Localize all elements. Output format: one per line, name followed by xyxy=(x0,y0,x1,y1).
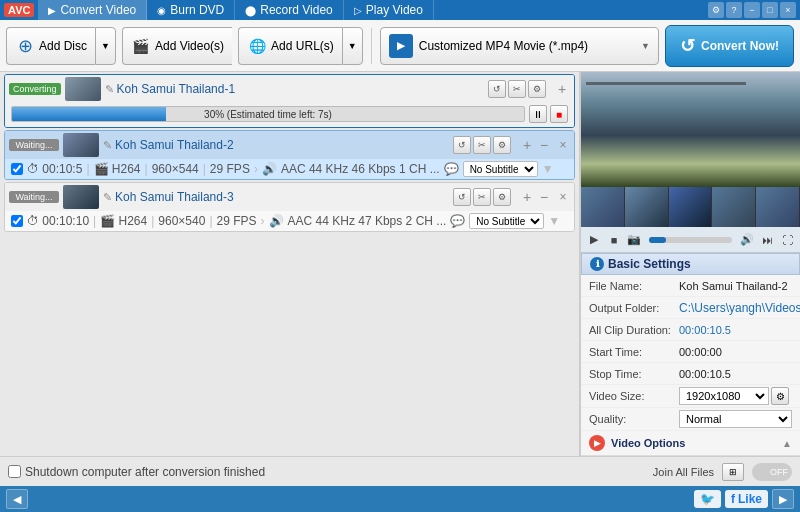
video-size-gear-btn[interactable]: ⚙ xyxy=(771,387,789,405)
close-button[interactable]: × xyxy=(780,2,796,18)
nav-prev-btn[interactable]: ◀ xyxy=(6,489,28,509)
add-video-button[interactable]: 🎬 Add Video(s) xyxy=(122,27,232,65)
file-2-close-btn[interactable]: × xyxy=(556,138,570,152)
preview-play-btn[interactable]: ▶ xyxy=(585,231,603,249)
file-2-remove-btn[interactable]: − xyxy=(536,137,552,153)
preview-progress[interactable] xyxy=(649,237,732,243)
scene-thumb-3 xyxy=(669,187,713,227)
file-1-progress-inner: 30% (Estimated time left: 7s) ⏸ ■ xyxy=(11,105,568,123)
file-3-close-btn[interactable]: × xyxy=(556,190,570,204)
convert-now-button[interactable]: ↺ Convert Now! xyxy=(665,25,794,67)
format-selector[interactable]: ▶ Customized MP4 Movie (*.mp4) ▼ xyxy=(380,27,659,65)
disc-icon: ⊕ xyxy=(15,36,35,56)
file-3-reload-icon[interactable]: ↺ xyxy=(453,188,471,206)
add-disc-button[interactable]: ⊕ Add Disc xyxy=(6,27,95,65)
file-1-pause-btn[interactable]: ⏸ xyxy=(529,105,547,123)
shutdown-checkbox[interactable] xyxy=(8,465,21,478)
preview-progress-fill xyxy=(649,237,666,243)
scene-thumb-4 xyxy=(712,187,756,227)
tab-convert-video[interactable]: ▶ Convert Video xyxy=(38,0,147,20)
basic-settings-icon: ℹ xyxy=(590,257,604,271)
add-url-dropdown[interactable]: ▼ xyxy=(342,27,363,65)
join-files-btn[interactable]: Join All Files xyxy=(653,466,714,478)
shutdown-checkbox-wrap: Shutdown computer after conversion finis… xyxy=(8,465,265,479)
video-options-section[interactable]: ▶ Video Options ▲ xyxy=(581,431,800,456)
file-1-progress-bg: 30% (Estimated time left: 7s) xyxy=(11,106,525,122)
file-3-codec: 🎬 H264 xyxy=(100,214,147,228)
preview-stop-btn[interactable]: ■ xyxy=(605,231,623,249)
file-1-add-btn[interactable]: + xyxy=(554,81,570,97)
file-2-cut-icon[interactable]: ✂ xyxy=(473,136,491,154)
video-size-select[interactable]: 1920x1080 xyxy=(679,387,769,405)
file-item-3: Waiting... Koh Samui Thailand-3 ↺ ✂ ⚙ + … xyxy=(4,182,575,232)
file-1-reload-icon[interactable]: ↺ xyxy=(488,80,506,98)
join-toggle[interactable]: OFF xyxy=(752,463,792,481)
facebook-icon: f xyxy=(731,492,735,506)
add-disc-dropdown[interactable]: ▼ xyxy=(95,27,116,65)
file-2-settings-icon[interactable]: ⚙ xyxy=(493,136,511,154)
file-item-1-header: Converting Koh Samui Thailand-1 ↺ ✂ ⚙ + xyxy=(5,75,574,103)
file-2-resolution: 960×544 xyxy=(152,162,199,176)
file-3-fps: 29 FPS xyxy=(217,214,257,228)
toolbar-separator xyxy=(371,28,372,64)
output-folder-value[interactable]: C:\Users\yangh\Videos... 📁 xyxy=(679,301,800,315)
scene-thumb-2 xyxy=(625,187,669,227)
file-list: Converting Koh Samui Thailand-1 ↺ ✂ ⚙ + xyxy=(0,72,580,456)
file-2-reload-icon[interactable]: ↺ xyxy=(453,136,471,154)
video-options-icon: ▶ xyxy=(589,435,605,451)
help-button[interactable]: ? xyxy=(726,2,742,18)
file-1-stop-btn[interactable]: ■ xyxy=(550,105,568,123)
quality-row: Quality: Normal xyxy=(581,408,800,431)
file-1-progress-text: 30% (Estimated time left: 7s) xyxy=(12,107,524,121)
file-3-add-btn[interactable]: + xyxy=(519,189,535,205)
maximize-button[interactable]: □ xyxy=(762,2,778,18)
file-3-details: ⏱ 00:10:10 | 🎬 H264 | 960×540 | 29 FPS ›… xyxy=(5,211,574,231)
file-name-row: File Name: Koh Samui Thailand-2 xyxy=(581,275,800,297)
preview-skip-btn[interactable]: ⏭ xyxy=(758,231,776,249)
tab-record-video[interactable]: ⬤ Record Video xyxy=(235,0,344,20)
file-3-plus-minus: + − xyxy=(519,189,552,205)
output-folder-row: Output Folder: C:\Users\yangh\Videos... … xyxy=(581,297,800,319)
file-3-subtitle-select[interactable]: No Subtitle xyxy=(469,213,544,229)
minimize-button[interactable]: − xyxy=(744,2,760,18)
preview-snapshot-btn[interactable]: 📷 xyxy=(625,231,643,249)
add-url-button[interactable]: 🌐 Add URL(s) xyxy=(238,27,342,65)
scene-thumb-5 xyxy=(756,187,800,227)
file-2-name[interactable]: Koh Samui Thailand-2 xyxy=(103,138,449,152)
file-3-remove-btn[interactable]: − xyxy=(536,189,552,205)
file-3-cut-icon[interactable]: ✂ xyxy=(473,188,491,206)
quality-select[interactable]: Normal xyxy=(679,410,792,428)
file-1-settings-icon[interactable]: ⚙ xyxy=(528,80,546,98)
grid-view-btn[interactable]: ⊞ xyxy=(722,463,744,481)
format-icon: ▶ xyxy=(389,34,413,58)
video-size-row: Video Size: 1920x1080 ⚙ xyxy=(581,385,800,408)
file-2-codec: 🎬 H264 xyxy=(94,162,141,176)
all-clip-duration-row: All Clip Duration: 00:00:10.5 xyxy=(581,319,800,341)
tab-burn-dvd[interactable]: ◉ Burn DVD xyxy=(147,0,235,20)
file-1-name[interactable]: Koh Samui Thailand-1 xyxy=(105,82,484,96)
file-1-thumbnail xyxy=(65,77,101,101)
file-2-subtitle-select[interactable]: No Subtitle xyxy=(463,161,538,177)
file-2-checkbox[interactable] xyxy=(11,163,23,175)
twitter-share-btn[interactable]: 🐦 xyxy=(694,490,721,508)
settings-panel: ℹ Basic Settings File Name: Koh Samui Th… xyxy=(581,253,800,456)
app-logo: AVC xyxy=(4,3,34,17)
tab-play-video[interactable]: ▷ Play Video xyxy=(344,0,434,20)
main-area: Converting Koh Samui Thailand-1 ↺ ✂ ⚙ + xyxy=(0,72,800,456)
preview-fullscreen-btn[interactable]: ⛶ xyxy=(778,231,796,249)
preview-volume-btn[interactable]: 🔊 xyxy=(738,231,756,249)
file-3-settings-icon[interactable]: ⚙ xyxy=(493,188,511,206)
nav-next-btn[interactable]: ▶ xyxy=(772,489,794,509)
facebook-like-btn[interactable]: f Like xyxy=(725,490,768,508)
file-2-add-btn[interactable]: + xyxy=(519,137,535,153)
settings-button[interactable]: ⚙ xyxy=(708,2,724,18)
file-1-progress-row: 30% (Estimated time left: 7s) ⏸ ■ xyxy=(5,103,574,127)
file-2-thumbnail xyxy=(63,133,99,157)
file-1-actions: ↺ ✂ ⚙ xyxy=(488,80,546,98)
file-3-checkbox[interactable] xyxy=(11,215,23,227)
scene-strip xyxy=(581,187,800,227)
add-disc-group: ⊕ Add Disc ▼ xyxy=(6,27,116,65)
file-3-actions: ↺ ✂ ⚙ xyxy=(453,188,511,206)
file-1-cut-icon[interactable]: ✂ xyxy=(508,80,526,98)
file-3-name[interactable]: Koh Samui Thailand-3 xyxy=(103,190,449,204)
